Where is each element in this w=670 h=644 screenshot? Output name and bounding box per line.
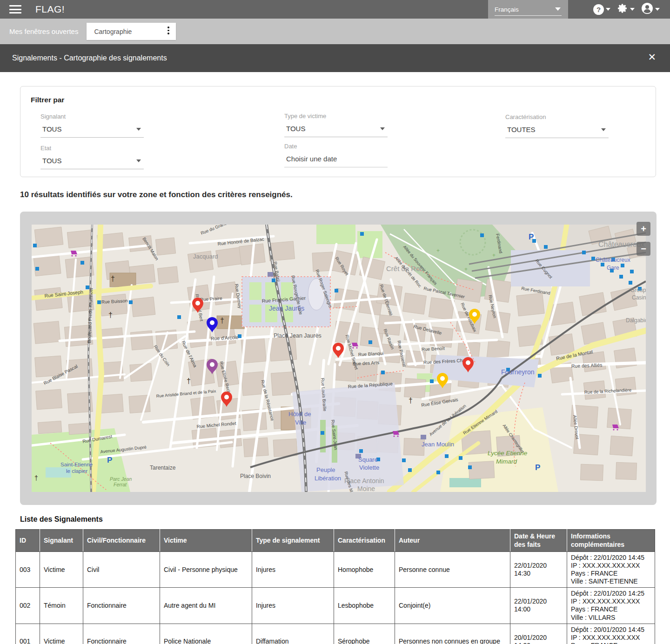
map-label: Libération (315, 475, 341, 482)
transit-stop-icon (468, 465, 472, 469)
date-placeholder: Choisir une date (286, 155, 337, 163)
map-label: † (187, 377, 191, 385)
transit-stop-icon (544, 245, 548, 249)
account-button[interactable] (641, 2, 660, 16)
map-label: Casino (632, 294, 646, 301)
map-label: † (108, 311, 113, 319)
map-label: † (220, 317, 224, 325)
map-label: Violette (359, 464, 379, 471)
tab-label: Cartographie (94, 28, 132, 35)
kebab-menu-icon[interactable] (168, 27, 169, 36)
transit-stop-icon (360, 232, 364, 236)
type-victime-select[interactable]: TOUS (284, 121, 388, 137)
map-building (549, 334, 574, 356)
window-title-bar: Signalements - Cartographie des signalem… (0, 44, 670, 72)
caracterisation-value: TOUTES (507, 126, 536, 133)
language-underline (495, 15, 562, 16)
tram-station-icon (421, 435, 426, 439)
caracterisation-select[interactable]: TOUTES (505, 122, 609, 138)
field-label: Caractérisation (505, 113, 609, 120)
map-label: Ferrat (114, 482, 127, 487)
window-title: Signalements - Cartographie des signalem… (12, 54, 167, 62)
date-input[interactable]: Choisir une date (284, 152, 388, 167)
cell: 20/01/2020 14:30 (510, 624, 567, 644)
app-bar: FLAG! Français ? (0, 0, 670, 19)
column-header: Victime (160, 530, 252, 552)
map-label: Groupe (630, 287, 646, 293)
table-row[interactable]: 003VictimeCivilCivil - Personne physique… (16, 552, 655, 588)
map-label: Parc Jean (110, 476, 132, 482)
transit-stop-icon (129, 300, 133, 304)
map-label: Fourneyron (501, 368, 535, 376)
zoom-in-button[interactable]: + (636, 222, 650, 236)
cell: Dépôt : 22/01/2020 14:45 IP : XXX.XXX.XX… (567, 552, 655, 588)
transit-stop-icon (459, 456, 462, 460)
column-header: Date & Heure des faits (510, 530, 567, 552)
map-label: le clapier (66, 468, 87, 474)
close-icon[interactable]: ✕ (648, 52, 656, 62)
column-header: Type de signalement (252, 530, 334, 552)
map-building (357, 364, 377, 382)
map-label: P (535, 463, 540, 472)
cell: 002 (16, 588, 40, 624)
column-header: Civil/Fonctionnaire (83, 530, 160, 552)
cell: Victime (40, 552, 83, 588)
type-victime-value: TOUS (286, 125, 305, 133)
transit-stop-icon (619, 275, 623, 279)
cell: Civil (83, 552, 160, 588)
language-select[interactable]: Français (488, 0, 568, 19)
transit-stop-icon (436, 471, 440, 474)
cell: Dépôt : 22/01/2020 14:25 IP : XXX.XXX.XX… (567, 588, 655, 624)
table-row[interactable]: 002TémoinFonctionnaireAutre agent du MII… (16, 588, 655, 624)
transit-stop-icon (80, 261, 84, 265)
transit-stop-icon (408, 468, 412, 472)
transit-stop-icon (97, 300, 101, 304)
map-label: † (409, 397, 413, 405)
filter-panel: Filtrer par Signalant TOUS Type de victi… (20, 86, 656, 177)
filter-title: Filtrer par (31, 96, 64, 104)
etat-value: TOUS (42, 157, 61, 165)
map-label: Gare (607, 265, 619, 271)
hamburger-menu-icon[interactable] (9, 5, 21, 13)
map-label: † (34, 474, 38, 482)
map-building (404, 378, 426, 398)
tab-cartographie[interactable]: Cartographie (87, 23, 176, 40)
field-label: Date (284, 143, 388, 150)
column-header: ID (16, 530, 40, 552)
map-building (616, 462, 636, 480)
cell: Diffamation (252, 624, 334, 644)
transit-stop-icon (582, 251, 586, 254)
chevron-down-icon (380, 127, 385, 130)
cell: Victime (40, 624, 83, 644)
zoom-out-button[interactable]: − (636, 242, 650, 256)
filter-type-victime: Type de victime TOUS (284, 113, 388, 137)
map-building (429, 298, 454, 320)
map-building (36, 389, 62, 410)
column-header: Signalant (40, 530, 83, 552)
map-building (38, 421, 62, 433)
help-button[interactable]: ? (593, 4, 610, 15)
cell: Personne connue (395, 552, 510, 588)
map-building (34, 227, 63, 247)
map[interactable]: JacquardJean JaurèsPlace Jean JaurèsHôte… (32, 225, 646, 492)
transit-stop-icon (335, 289, 338, 292)
transit-stop-icon (630, 270, 634, 273)
map-label: P (107, 456, 112, 465)
column-header: Caractérisation (334, 530, 395, 552)
list-title: Liste des Signalements (20, 515, 656, 524)
settings-button[interactable] (617, 3, 635, 16)
etat-select[interactable]: TOUS (40, 153, 144, 169)
map-label: Saint-Etienne (60, 462, 93, 467)
signalements-table: IDSignalantCivil/FonctionnaireVictimeTyp… (15, 529, 655, 644)
map-label: Dalgabio (626, 317, 646, 324)
map-building (100, 294, 127, 316)
filter-caracterisation: Caractérisation TOUTES (505, 113, 609, 138)
table-row[interactable]: 001VictimeFonctionnairePolice NationaleD… (16, 624, 655, 644)
transit-stop-icon (629, 281, 632, 285)
filter-date: Date Choisir une date (284, 143, 388, 167)
field-label: Signalant (40, 113, 144, 120)
map-building (65, 257, 94, 278)
gear-icon (617, 3, 628, 16)
map-label: Place Boivin (240, 473, 271, 479)
signalant-select[interactable]: TOUS (40, 122, 144, 138)
